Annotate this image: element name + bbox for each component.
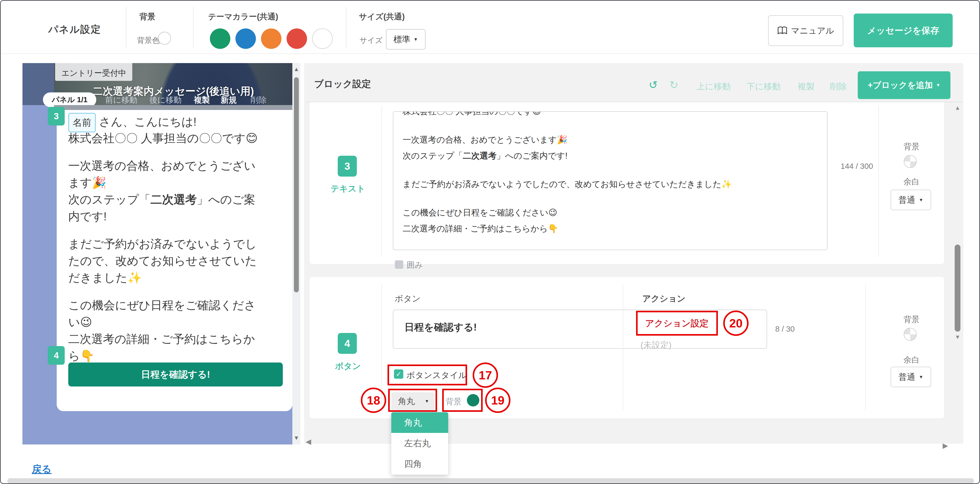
button-shape-dropdown-menu: 角丸左右丸四角 [391,412,448,474]
chevron-down-icon: ▼ [919,197,923,203]
block-3-margin-select[interactable]: 普通▼ [891,190,931,210]
save-message-button[interactable]: メッセージを保存 [854,14,953,47]
toolbar-duplicate[interactable]: 複製 [798,81,815,92]
block-4-margin-label: 余白 [878,354,945,365]
shape-option-左右丸[interactable]: 左右丸 [391,433,448,454]
preview-message-line: 次のステップ「二次選考」へのご案 [68,191,293,208]
add-block-label: +ブロックを追加 [868,79,933,91]
action-section-label: アクション [642,293,686,304]
entry-status-badge: エントリー受付中 [55,63,132,81]
background-color-swatch[interactable] [158,32,171,44]
block-3-bg-label: 背景 [878,141,945,152]
preview-message-line: い😉 [68,314,293,330]
button-text-input[interactable]: 日程を確認する! [393,309,767,349]
block-3-type-label: テキスト [329,183,367,194]
theme-color-swatch-2[interactable] [235,29,256,49]
block-4-type-label: ボタン [329,360,367,372]
block-4-bg-color-swatch[interactable] [904,328,916,341]
size-field-label: サイズ [360,35,383,46]
button-style-checkbox[interactable]: ✓ [394,370,403,379]
theme-color-swatch-3[interactable] [261,29,282,49]
panel-scroll-left-icon[interactable]: ◀ [306,437,311,446]
size-select-value: 標準 [393,34,410,45]
toolbar-move-down[interactable]: 下に移動 [746,81,781,92]
preview-message-line [68,147,293,157]
blocks-scroll-area: 3 テキスト 株式会社〇〇 人事担当の〇〇です😊一次選考の合格、おめでとうござい… [306,102,962,444]
action-settings-link[interactable]: アクション設定 [645,317,708,329]
size-section-label: サイズ(共通) [359,11,405,22]
size-select[interactable]: 標準▼ [386,29,426,49]
preview-cta-button[interactable]: 日程を確認する! [68,362,283,387]
tab-delete[interactable]: 削除 [251,95,267,106]
theme-color-section-label: テーマカラー(共通) [208,11,278,22]
block-3-outline-label: 囲み [407,260,423,271]
undo-icon[interactable]: ↺ [649,79,658,91]
block-4-margin-select[interactable]: 普通▼ [891,367,931,387]
block-3-margin-value: 普通 [899,194,915,206]
name-placeholder-chip: 名前 [68,113,96,132]
preview-message-line: まだご予約がお済みでないようでし [68,235,293,252]
panel-scroll-right-icon[interactable]: ▶ [943,441,948,450]
block-3-text-line: 次のステップ「二次選考」へのご案内です! [402,148,820,164]
preview-message-line [68,286,293,297]
panel-scroll-up-icon[interactable]: ▲ [953,103,962,112]
shape-option-角丸[interactable]: 角丸 [391,412,448,433]
block-3-text-line: この機会にぜひ日程をご確認ください😉 [402,205,820,221]
block-4-char-counter: 8 / 30 [775,325,795,333]
panel-scrollbar-thumb[interactable] [955,244,961,332]
button-bg-color-swatch[interactable] [467,394,479,406]
preview-scrollbar-thumb[interactable] [294,77,299,292]
theme-color-swatch-1[interactable] [210,29,230,49]
block-3-margin-label: 余白 [878,176,945,187]
preview-message-line: 内です! [68,208,293,225]
preview-message-line: だきました✨ [68,269,293,286]
chevron-down-icon: ▼ [919,375,923,379]
banner-divider [54,105,292,110]
button-style-label: ボタンスタイル [406,370,467,381]
preview-message-line: この機会にぜひ日程をご確認くださ [68,297,293,314]
manual-button[interactable]: マニュアル [768,15,843,46]
block-4-number-badge: 4 [338,333,357,354]
annotation-circle-20: 20 [723,311,749,336]
annotation-circle-18: 18 [361,387,386,413]
preview-scroll-down-icon[interactable]: ▼ [292,433,301,442]
block-3-text-line [402,164,820,176]
annotation-circle-17: 17 [473,362,498,388]
block-3-number-badge: 3 [338,156,357,176]
toolbar-move-up[interactable]: 上に移動 [697,81,730,92]
block-3-text-line [402,119,820,132]
theme-color-swatch-4[interactable] [286,29,307,49]
add-block-button[interactable]: +ブロックを追加▼ [858,71,950,99]
preview-message-line: ます🎉 [68,174,293,191]
tab-new[interactable]: 新規 [221,95,237,106]
background-color-label: 背景色 [137,35,160,46]
block-4-bg-label: 背景 [878,314,945,325]
save-message-label: メッセージを保存 [867,24,939,36]
tab-move-next[interactable]: 後に移動 [150,95,181,106]
block-3-text-line: 株式会社〇〇 人事担当の〇〇です😊 [402,111,820,119]
block-3-bg-color-swatch[interactable] [904,155,916,168]
manual-button-label: マニュアル [791,25,834,36]
button-shape-value: 角丸 [398,395,415,407]
chevron-down-icon: ▼ [414,37,418,42]
toolbar-delete[interactable]: 削除 [830,81,847,92]
block-3-text-line: 一次選考の合格、おめでとうございます🎉 [402,132,820,148]
tab-duplicate[interactable]: 複製 [194,95,210,106]
annotation-circle-19: 19 [485,387,511,413]
button-shape-select[interactable]: 角丸▼ [391,392,434,410]
theme-color-swatch-5[interactable] [312,29,332,49]
page-title: パネル設定 [48,23,101,36]
block-3-textarea[interactable]: 株式会社〇〇 人事担当の〇〇です😊一次選考の合格、おめでとうございます🎉次のステ… [393,111,827,250]
block-4-card: 4 ボタン ボタン 日程を確認する! 8 / 30 アクション アクション設定 … [309,276,944,419]
shape-option-四角[interactable]: 四角 [391,454,448,474]
block-3-outline-checkbox[interactable] [395,260,403,269]
tab-move-prev[interactable]: 前に移動 [105,95,137,106]
action-status-text: (未設定) [641,340,671,351]
preview-scroll-up-icon[interactable]: ▲ [292,65,301,73]
panel-scroll-down-icon[interactable]: ▼ [953,333,962,341]
preview-message-text: 名前さん、こんにちは!株式会社〇〇 人事担当の〇〇です😊一次選考の合格、おめでと… [68,113,293,364]
redo-icon[interactable]: ↻ [670,79,678,91]
horizontal-scrollbar[interactable] [7,478,974,484]
block-3-char-counter: 144 / 300 [838,162,876,171]
back-link[interactable]: 戻る [32,463,52,476]
